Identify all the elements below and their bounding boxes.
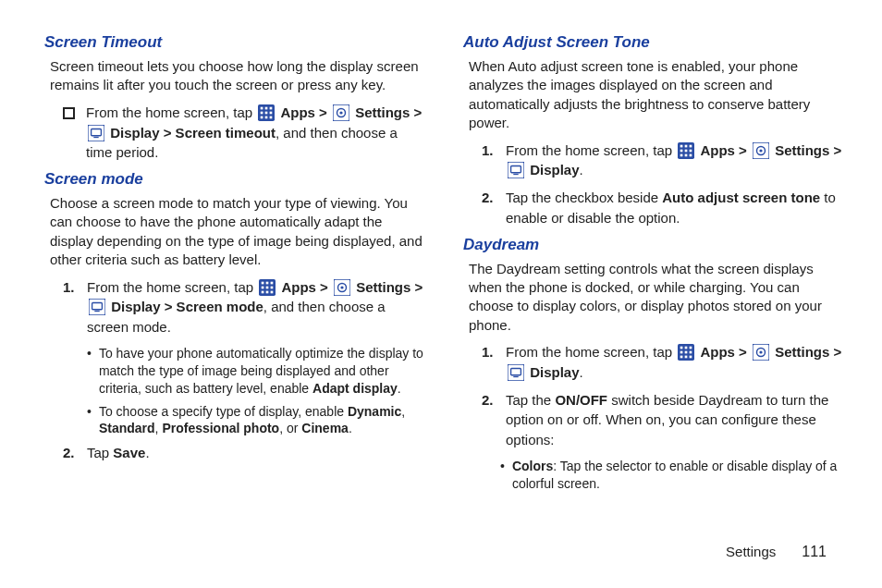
settings-icon: [334, 279, 350, 296]
step-text: From the home screen, tap Apps > Setting…: [506, 342, 843, 383]
t: Adapt display: [312, 381, 398, 396]
t: To choose a specify type of display, ena…: [99, 404, 348, 419]
t: Standard: [99, 421, 155, 435]
heading-screen-mode: Screen mode: [44, 170, 424, 189]
t: Display > Screen timeout: [110, 125, 276, 141]
desc-daydream: The Daydream setting controls what the s…: [469, 260, 843, 336]
desc-auto-adjust: When Auto adjust screen tone is enabled,…: [469, 57, 843, 133]
daydream-step-2: 2. Tap the ON/OFF switch beside Daydream…: [482, 390, 843, 450]
apps-icon: [259, 279, 276, 296]
t: Display: [530, 364, 579, 380]
settings-icon: [333, 104, 349, 121]
heading-screen-timeout: Screen Timeout: [44, 33, 424, 52]
t: .: [145, 445, 149, 460]
display-icon: [88, 125, 104, 141]
t: Cinema: [301, 421, 349, 435]
heading-daydream: Daydream: [463, 236, 843, 254]
t: From the home screen, tap: [86, 104, 256, 120]
apps-icon: [678, 142, 694, 159]
t: Tap the checkbox beside: [506, 190, 662, 205]
t: .: [398, 381, 401, 396]
step-number: 1.: [482, 342, 496, 362]
footer-page-number: 111: [802, 544, 827, 560]
sub-text: To have your phone automatically optimiz…: [99, 345, 424, 398]
t: From the home screen, tap: [506, 142, 676, 158]
step-text: Tap the ON/OFF switch beside Daydream to…: [506, 390, 843, 450]
t: ON/OFF: [555, 392, 607, 408]
t: Apps >: [280, 104, 331, 120]
t: Dynamic: [348, 404, 401, 419]
desc-screen-timeout: Screen timeout lets you choose how long …: [50, 57, 424, 95]
t: From the home screen, tap: [87, 279, 257, 295]
sub-text: Colors: Tap the selector to enable or di…: [512, 458, 843, 493]
step-text: Tap Save.: [87, 443, 424, 463]
sub-text: To choose a specify type of display, ena…: [99, 403, 424, 438]
t: Auto adjust screen tone: [662, 190, 820, 205]
screen-mode-sub-2: • To choose a specify type of display, e…: [87, 403, 424, 438]
page-footer: Settings 111: [726, 544, 827, 560]
bullet-icon: •: [500, 458, 505, 475]
auto-adjust-step-1: 1. From the home screen, tap Apps > Sett…: [482, 141, 843, 181]
daydream-sub-1: • Colors: Tap the selector to enable or …: [500, 458, 843, 493]
square-bullet-icon: [63, 107, 75, 119]
t: Colors: [512, 459, 553, 473]
step-text: From the home screen, tap Apps > Setting…: [87, 277, 424, 337]
settings-icon: [753, 344, 769, 361]
step-number: 1.: [482, 141, 496, 161]
t: .: [349, 421, 352, 435]
desc-screen-mode: Choose a screen mode to match your type …: [50, 194, 424, 270]
step-text: From the home screen, tap Apps > Setting…: [86, 103, 424, 163]
t: Tap the: [506, 392, 555, 408]
t: : Tap the selector to enable or disable …: [512, 459, 838, 491]
t: Professional photo: [162, 421, 279, 435]
bullet-icon: •: [87, 403, 92, 421]
display-icon: [508, 162, 524, 178]
daydream-step-1: 1. From the home screen, tap Apps > Sett…: [482, 342, 843, 383]
step-number: 1.: [63, 277, 78, 298]
t: Apps >: [281, 279, 332, 295]
page-columns: Screen Timeout Screen timeout lets you c…: [44, 30, 843, 498]
t: Apps >: [700, 142, 751, 158]
t: Settings >: [775, 344, 841, 360]
t: Settings >: [356, 279, 423, 295]
t: Display: [530, 162, 579, 178]
screen-timeout-step: From the home screen, tap Apps > Setting…: [63, 103, 424, 163]
screen-mode-step-2: 2. Tap Save.: [63, 443, 424, 463]
t: Settings >: [775, 142, 841, 158]
t: .: [580, 364, 583, 380]
right-column: Auto Adjust Screen Tone When Auto adjust…: [463, 30, 843, 498]
heading-auto-adjust: Auto Adjust Screen Tone: [463, 33, 843, 52]
settings-icon: [753, 142, 769, 159]
t: , or: [279, 421, 301, 435]
step-number: 2.: [482, 188, 496, 208]
left-column: Screen Timeout Screen timeout lets you c…: [44, 30, 424, 498]
apps-icon: [258, 104, 275, 121]
step-number: 2.: [482, 390, 496, 410]
t: Save: [113, 445, 145, 460]
t: Apps >: [700, 344, 751, 360]
t: Tap: [87, 445, 113, 460]
step-number: 2.: [63, 443, 78, 463]
display-icon: [508, 364, 524, 381]
screen-mode-step-1: 1. From the home screen, tap Apps > Sett…: [63, 277, 424, 337]
step-text: Tap the checkbox beside Auto adjust scre…: [506, 188, 843, 228]
footer-section: Settings: [726, 544, 776, 559]
step-text: From the home screen, tap Apps > Setting…: [506, 141, 843, 181]
t: Settings >: [355, 104, 422, 120]
screen-mode-sub-1: • To have your phone automatically optim…: [87, 345, 424, 398]
apps-icon: [678, 344, 694, 361]
display-icon: [89, 299, 105, 315]
auto-adjust-step-2: 2. Tap the checkbox beside Auto adjust s…: [482, 188, 843, 228]
t: From the home screen, tap: [506, 344, 676, 360]
t: .: [580, 162, 583, 178]
bullet-icon: •: [87, 345, 92, 362]
t: ,: [401, 404, 405, 419]
t: Display > Screen mode: [111, 299, 263, 314]
